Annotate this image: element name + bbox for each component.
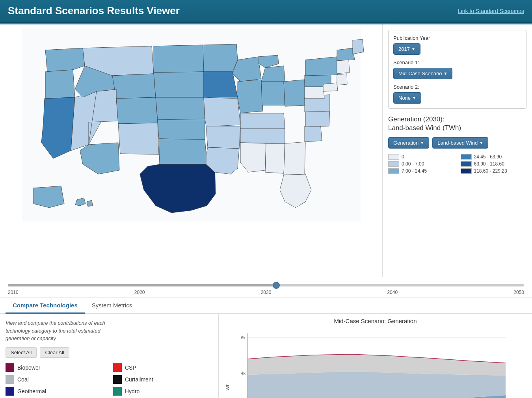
slider-label-2020: 2020	[134, 290, 145, 295]
main-content-area: Publication Year 2017 ▼ Scenario 1: Mid-…	[0, 24, 532, 277]
svg-marker-2	[45, 70, 75, 99]
right-panel: Publication Year 2017 ▼ Scenario 1: Mid-…	[382, 24, 532, 277]
map-legend: 0 24.45 - 63.90 0.00 - 7.00 63.90 - 118.…	[388, 154, 526, 174]
tech-actions: Select All Clear All	[6, 347, 213, 358]
publication-year-box: Publication Year 2017 ▼ Scenario 1: Mid-…	[388, 30, 526, 109]
legend-label-1: 0.00 - 7.00	[402, 161, 424, 167]
tech-item-geothermal[interactable]: Geothermal	[6, 387, 105, 396]
csp-label: CSP	[125, 365, 136, 371]
legend-label-2: 7.00 - 24.45	[402, 168, 427, 174]
legend-label-5: 118.60 - 229.23	[474, 168, 507, 174]
geothermal-color	[6, 387, 14, 396]
svg-marker-13	[154, 72, 204, 97]
slider-thumb[interactable]	[273, 282, 280, 289]
timeline-slider-section: 2010 2020 2030 2040 2050	[0, 277, 532, 298]
csp-color	[113, 363, 122, 372]
scenario1-arrow-icon: ▼	[444, 71, 448, 76]
legend-swatch-3	[461, 154, 472, 160]
scenario2-label: Scenario 2:	[393, 84, 521, 90]
scenario2-arrow-icon: ▼	[412, 96, 416, 100]
pub-year-value: 2017	[398, 46, 410, 52]
svg-text:6k: 6k	[241, 335, 246, 340]
slider-label-2010: 2010	[8, 290, 19, 295]
generation-arrow-icon: ▼	[420, 141, 424, 145]
pub-year-arrow-icon: ▼	[411, 47, 415, 51]
svg-marker-3	[41, 97, 75, 158]
scenario2-button[interactable]: None ▼	[393, 92, 421, 104]
app-header: Standard Scenarios Results Viewer Link t…	[0, 0, 532, 23]
clear-all-button[interactable]: Clear All	[40, 347, 69, 358]
svg-marker-33	[284, 142, 305, 175]
svg-text:4k: 4k	[241, 371, 246, 376]
scenario2-value: None	[398, 95, 411, 101]
bottom-content: View and compare the contributions of ea…	[0, 314, 532, 398]
curtailment-label: Curtailment	[125, 376, 153, 383]
svg-marker-28	[284, 80, 305, 106]
tech-item-hydro[interactable]: Hydro	[113, 387, 213, 396]
scenario1-button[interactable]: Mid-Case Scenario ▼	[393, 68, 452, 79]
legend-item-3: 24.45 - 63.90	[461, 154, 527, 160]
slider-label-2030: 2030	[261, 290, 272, 295]
scenario1-value: Mid-Case Scenario	[398, 71, 442, 76]
map-section	[0, 24, 382, 277]
coal-color	[6, 375, 14, 384]
legend-item-5: 118.60 - 229.23	[461, 168, 527, 174]
svg-marker-15	[158, 120, 205, 139]
svg-marker-46	[33, 186, 64, 208]
tech-item-coal[interactable]: Coal	[6, 375, 105, 384]
svg-marker-7	[112, 74, 156, 99]
coal-label: Coal	[17, 376, 29, 383]
technology-panel: View and compare the contributions of ea…	[0, 314, 219, 398]
legend-item-0: 0	[388, 154, 454, 160]
chart-container: TWh 6k 4k 2k	[224, 327, 526, 398]
svg-marker-44	[323, 83, 338, 91]
chart-y-label: TWh	[225, 383, 231, 393]
app-title: Standard Scenarios Results Viewer	[8, 5, 180, 17]
slider-label-2040: 2040	[387, 290, 398, 295]
tech-description: View and compare the contributions of ea…	[6, 319, 124, 342]
biopower-color	[6, 363, 14, 372]
svg-marker-11	[118, 123, 159, 154]
standard-scenarios-link[interactable]: Link to Standard Scenarios	[458, 8, 524, 14]
slider-track	[8, 284, 524, 286]
wind-btn-label: Land-based Wind	[437, 140, 478, 146]
legend-item-1: 0.00 - 7.00	[388, 161, 454, 167]
tech-item-csp[interactable]: CSP	[113, 363, 213, 372]
legend-label-4: 63.90 - 118.60	[474, 161, 504, 167]
legend-item-2: 7.00 - 24.45	[388, 168, 454, 174]
tab-system-metrics[interactable]: System Metrics	[85, 298, 140, 314]
curtailment-color	[113, 375, 122, 384]
geothermal-label: Geothermal	[17, 388, 46, 394]
generation-btn-label: Generation	[393, 140, 419, 146]
svg-marker-21	[206, 126, 240, 149]
svg-marker-20	[204, 97, 240, 126]
select-all-button[interactable]: Select All	[6, 347, 37, 358]
svg-marker-14	[156, 97, 205, 120]
svg-marker-27	[261, 82, 285, 105]
wind-dropdown-button[interactable]: Land-based Wind ▼	[432, 137, 488, 149]
svg-marker-12	[154, 45, 204, 73]
legend-label-0: 0	[402, 154, 404, 160]
tech-item-biopower[interactable]: Biopower	[6, 363, 105, 372]
legend-swatch-2	[388, 168, 399, 174]
tech-item-curtailment[interactable]: Curtailment	[113, 375, 213, 384]
us-map[interactable]	[4, 28, 378, 221]
svg-marker-29	[240, 113, 285, 129]
generation-title: Generation (2030):Land-based Wind (TWh)	[388, 115, 526, 132]
svg-marker-41	[337, 48, 355, 61]
svg-marker-10	[116, 97, 158, 124]
svg-marker-43	[337, 60, 350, 74]
generation-dropdown-button[interactable]: Generation ▼	[388, 137, 429, 149]
slider-fill	[8, 284, 276, 286]
legend-swatch-5	[461, 168, 472, 174]
pub-year-label: Publication Year	[393, 35, 521, 41]
slider-labels: 2010 2020 2030 2040 2050	[8, 290, 524, 295]
pub-year-button[interactable]: 2017 ▼	[393, 43, 420, 55]
bottom-section: Compare Technologies System Metrics View…	[0, 298, 532, 398]
wind-arrow-icon: ▼	[479, 141, 483, 145]
legend-swatch-4	[461, 161, 472, 167]
tab-compare-technologies[interactable]: Compare Technologies	[6, 298, 85, 314]
legend-swatch-1	[388, 161, 399, 167]
svg-marker-18	[204, 44, 238, 72]
gen-buttons: Generation ▼ Land-based Wind ▼	[388, 137, 526, 149]
